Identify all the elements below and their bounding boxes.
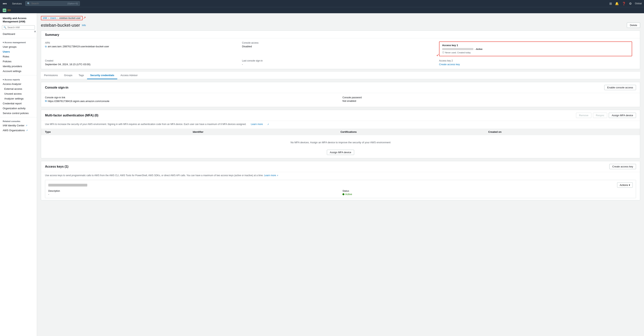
- settings-icon[interactable]: ⚙: [629, 2, 632, 5]
- status-active: Active: [342, 193, 633, 196]
- access-key-1-status: - Active: [475, 48, 482, 50]
- sidebar-section-access-reports: ▾ Access reports: [0, 77, 37, 82]
- breadcrumb-sep-2: ›: [58, 17, 58, 19]
- search-shortcut: [Option+S]: [68, 2, 78, 5]
- summary-card: Summary ARN ⧉ arn:aws:iam::288761738419:…: [41, 30, 640, 69]
- create-access-key-button[interactable]: Create access key: [609, 164, 636, 169]
- chevron-down-icon: ▾: [629, 184, 630, 187]
- assign-mfa-device-empty-button[interactable]: Assign MFA device: [327, 150, 354, 155]
- access-key-status-field: Status Active: [342, 190, 633, 196]
- summary-created: Created September 04, 2024, 16:15 (UTC-0…: [45, 59, 242, 66]
- assign-mfa-device-button[interactable]: Assign MFA device: [609, 113, 636, 118]
- sidebar-search[interactable]: 🔍: [2, 25, 35, 29]
- sidebar-item-aws-organizations[interactable]: AWS Organizations ↗: [0, 128, 37, 133]
- sidebar-item-access-analyzer[interactable]: Access Analyzer: [0, 82, 37, 86]
- sidebar-close-button[interactable]: ✕: [34, 30, 36, 33]
- resync-button[interactable]: Resync: [593, 113, 607, 118]
- squares-icon[interactable]: ⊞: [609, 2, 612, 5]
- tab-security-credentials[interactable]: Security credentials: [87, 72, 118, 79]
- remove-button[interactable]: Remove: [576, 113, 591, 118]
- tab-access-advisor[interactable]: Access Advisor: [117, 72, 141, 79]
- sidebar-item-user-groups[interactable]: User groups: [0, 44, 37, 49]
- sidebar-item-credential-report[interactable]: Credential report: [0, 101, 37, 106]
- tab-permissions[interactable]: Permissions: [41, 72, 61, 79]
- external-link-icon: ↗: [26, 124, 27, 127]
- top-nav: aws Services 🔍 [Option+S] ⊞ 🔔 ❓ ⚙ Global: [0, 0, 644, 7]
- sidebar-item-analyzer-settings[interactable]: Analyzer settings: [0, 96, 37, 101]
- console-signin-section: Console sign-in Enable console access Co…: [41, 82, 640, 107]
- caret-icon: ▾: [3, 41, 4, 44]
- sidebar-related-label: Related consoles: [0, 119, 37, 123]
- status-dot: [342, 193, 344, 195]
- service-bar-item[interactable]: S3 S3: [3, 8, 10, 12]
- sidebar-item-identity-providers[interactable]: Identity providers: [0, 64, 37, 69]
- create-access-key-link[interactable]: Create access key: [439, 63, 460, 66]
- copy-icon[interactable]: ⧉: [45, 45, 47, 48]
- delete-button[interactable]: Delete: [627, 22, 640, 28]
- global-search[interactable]: 🔍 [Option+S]: [25, 1, 80, 6]
- bell-icon[interactable]: 🔔: [615, 2, 619, 5]
- mfa-learn-more-link[interactable]: Learn more: [247, 121, 267, 128]
- summary-row2: Created September 04, 2024, 16:15 (UTC-0…: [41, 59, 640, 69]
- actions-button[interactable]: Actions ▾: [617, 182, 633, 188]
- breadcrumb-iam[interactable]: IAM: [43, 17, 47, 19]
- s3-icon: S3: [3, 8, 6, 12]
- help-icon[interactable]: ❓: [622, 2, 626, 5]
- caret-icon-2: ▾: [3, 78, 4, 81]
- sidebar-item-users[interactable]: Users: [0, 49, 37, 54]
- enable-console-access-button[interactable]: Enable console access: [604, 85, 636, 90]
- region-selector[interactable]: Global: [635, 2, 642, 5]
- info-circle-icon: ⓘ: [442, 51, 444, 54]
- summary-console-access: Console access Disabled: [242, 41, 439, 56]
- main-content: IAM › Users › esteban-bucket-user ↗ este…: [37, 13, 644, 336]
- sidebar-item-external-access[interactable]: External access: [0, 86, 37, 91]
- sidebar-item-iam-identity-center[interactable]: IAM Identity Center ↗: [0, 123, 37, 128]
- access-key-description-field: Description -: [48, 190, 338, 196]
- search-input[interactable]: [31, 2, 66, 5]
- access-key-1-note: ⓘ Never used. Created today.: [442, 51, 629, 54]
- summary-arn: ARN ⧉ arn:aws:iam::288761738419:user/est…: [45, 41, 242, 56]
- service-name: S3: [8, 9, 10, 12]
- summary-last-signin: Last console sign-in -: [242, 59, 439, 66]
- sidebar-item-policies[interactable]: Policies: [0, 59, 37, 64]
- copy-icon-signin[interactable]: ⧉: [45, 99, 47, 103]
- status-label: Status: [342, 190, 633, 192]
- console-password-field: Console password Not enabled: [342, 96, 636, 103]
- access-key-1-value: - Active: [442, 48, 629, 50]
- sidebar-item-dashboard[interactable]: Dashboard: [0, 31, 37, 36]
- page-title-row: esteban-bucket-user Info Delete: [41, 22, 640, 28]
- access-keys-title: Access keys (1): [45, 165, 68, 168]
- arn-value: ⧉ arn:aws:iam::288761738419:user/esteban…: [45, 45, 238, 48]
- search-icon: 🔍: [27, 2, 30, 5]
- aws-logo[interactable]: aws: [2, 1, 8, 5]
- info-link[interactable]: Info: [82, 24, 86, 27]
- mfa-col-identifier: Identifier: [193, 130, 341, 133]
- signin-field-row: Console sign-in link ⧉ https://288761738…: [45, 96, 636, 103]
- access-key-2-value: Create access key: [439, 63, 632, 66]
- access-keys-learn-more-link[interactable]: Learn more: [264, 174, 276, 177]
- access-key-id-masked: [48, 184, 87, 187]
- sidebar-item-scp[interactable]: Service control policies: [0, 111, 37, 116]
- sidebar-item-org-activity[interactable]: Organization activity: [0, 106, 37, 111]
- tab-groups[interactable]: Groups: [61, 72, 76, 79]
- breadcrumb-sep-1: ›: [48, 17, 49, 19]
- sidebar: Identity and AccessManagement (IAM) ✕ 🔍 …: [0, 13, 37, 336]
- tab-tags[interactable]: Tags: [76, 72, 87, 79]
- arn-label: ARN: [45, 41, 238, 44]
- access-key-details-row: Description - Status Active: [48, 190, 633, 196]
- external-link-icon-2: ↗: [26, 129, 28, 131]
- sidebar-search-input[interactable]: [8, 26, 33, 29]
- mfa-header: Multi-factor authentication (MFA) (0) Re…: [41, 110, 640, 121]
- sidebar-search-icon: 🔍: [4, 26, 6, 29]
- sidebar-item-unused-access[interactable]: Unused access: [0, 91, 37, 96]
- external-link-icon-ak: ↗: [276, 174, 278, 177]
- console-signin-header: Console sign-in Enable console access: [41, 82, 640, 93]
- access-key-2-label: Access key 2: [439, 59, 632, 62]
- sidebar-item-account-settings[interactable]: Account settings: [0, 69, 37, 74]
- console-signin-body: Console sign-in link ⧉ https://288761738…: [41, 93, 640, 107]
- access-key-1-label: Access key 1: [442, 44, 629, 47]
- services-nav[interactable]: Services: [11, 2, 23, 5]
- breadcrumb-users[interactable]: Users: [50, 17, 56, 19]
- access-keys-header: Access keys (1) Create access key: [41, 161, 640, 172]
- sidebar-item-roles[interactable]: Roles: [0, 54, 37, 59]
